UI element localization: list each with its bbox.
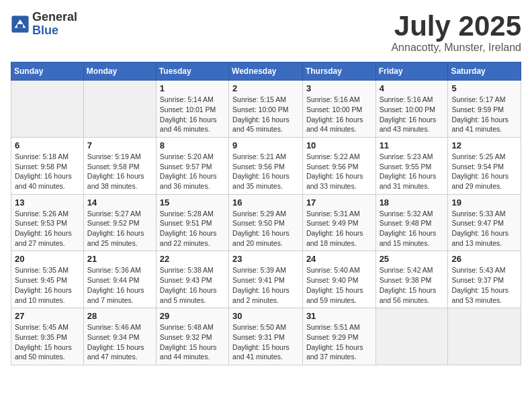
calendar-cell: 12Sunrise: 5:25 AM Sunset: 9:54 PM Dayli… bbox=[448, 137, 521, 194]
weekday-header-row: SundayMondayTuesdayWednesdayThursdayFrid… bbox=[11, 62, 521, 81]
day-detail: Sunrise: 5:39 AM Sunset: 9:41 PM Dayligh… bbox=[232, 265, 299, 305]
calendar-cell bbox=[11, 81, 84, 138]
day-detail: Sunrise: 5:35 AM Sunset: 9:45 PM Dayligh… bbox=[15, 265, 80, 305]
day-number: 5 bbox=[451, 83, 517, 93]
calendar-cell: 21Sunrise: 5:36 AM Sunset: 9:44 PM Dayli… bbox=[83, 251, 156, 308]
day-number: 13 bbox=[15, 197, 80, 208]
day-detail: Sunrise: 5:26 AM Sunset: 9:53 PM Dayligh… bbox=[15, 209, 80, 248]
day-number: 20 bbox=[15, 254, 80, 264]
logo-text: General Blue bbox=[32, 11, 77, 38]
day-number: 31 bbox=[306, 311, 372, 321]
calendar-cell: 14Sunrise: 5:27 AM Sunset: 9:52 PM Dayli… bbox=[83, 194, 156, 251]
day-number: 7 bbox=[87, 140, 152, 150]
day-number: 19 bbox=[451, 197, 517, 208]
calendar-cell: 25Sunrise: 5:42 AM Sunset: 9:38 PM Dayli… bbox=[375, 251, 448, 308]
day-detail: Sunrise: 5:50 AM Sunset: 9:31 PM Dayligh… bbox=[232, 322, 299, 362]
logo-blue: Blue bbox=[32, 24, 77, 38]
calendar-cell: 3Sunrise: 5:16 AM Sunset: 10:00 PM Dayli… bbox=[302, 81, 375, 138]
calendar-cell: 15Sunrise: 5:28 AM Sunset: 9:51 PM Dayli… bbox=[156, 194, 228, 251]
day-number: 12 bbox=[451, 140, 517, 150]
day-number: 9 bbox=[232, 140, 299, 150]
day-number: 18 bbox=[380, 197, 445, 208]
day-number: 6 bbox=[15, 140, 80, 150]
day-detail: Sunrise: 5:46 AM Sunset: 9:34 PM Dayligh… bbox=[87, 322, 152, 362]
calendar-cell: 8Sunrise: 5:20 AM Sunset: 9:57 PM Daylig… bbox=[156, 137, 228, 194]
day-number: 16 bbox=[232, 197, 299, 208]
day-number: 8 bbox=[160, 140, 225, 150]
weekday-header-tuesday: Tuesday bbox=[156, 62, 228, 81]
week-row-5: 27Sunrise: 5:45 AM Sunset: 9:35 PM Dayli… bbox=[11, 308, 521, 365]
svg-rect-2 bbox=[17, 24, 23, 28]
calendar-cell: 4Sunrise: 5:16 AM Sunset: 10:00 PM Dayli… bbox=[375, 81, 448, 138]
day-detail: Sunrise: 5:36 AM Sunset: 9:44 PM Dayligh… bbox=[87, 265, 152, 305]
day-number: 25 bbox=[380, 254, 445, 264]
calendar-cell: 27Sunrise: 5:45 AM Sunset: 9:35 PM Dayli… bbox=[11, 308, 84, 365]
weekday-header-saturday: Saturday bbox=[448, 62, 521, 81]
day-number: 10 bbox=[306, 140, 372, 150]
logo-general: General bbox=[32, 11, 77, 24]
day-detail: Sunrise: 5:48 AM Sunset: 9:32 PM Dayligh… bbox=[160, 322, 225, 362]
calendar-cell: 5Sunrise: 5:17 AM Sunset: 9:59 PM Daylig… bbox=[448, 81, 521, 138]
day-number: 22 bbox=[160, 254, 225, 264]
weekday-header-wednesday: Wednesday bbox=[229, 62, 303, 81]
day-number: 4 bbox=[380, 83, 445, 93]
calendar-table: SundayMondayTuesdayWednesdayThursdayFrid… bbox=[11, 62, 521, 365]
calendar-cell: 16Sunrise: 5:29 AM Sunset: 9:50 PM Dayli… bbox=[229, 194, 303, 251]
calendar-cell: 13Sunrise: 5:26 AM Sunset: 9:53 PM Dayli… bbox=[11, 194, 84, 251]
day-detail: Sunrise: 5:19 AM Sunset: 9:58 PM Dayligh… bbox=[87, 152, 152, 191]
day-detail: Sunrise: 5:23 AM Sunset: 9:55 PM Dayligh… bbox=[380, 152, 445, 191]
day-detail: Sunrise: 5:16 AM Sunset: 10:00 PM Daylig… bbox=[306, 95, 372, 134]
calendar-cell: 6Sunrise: 5:18 AM Sunset: 9:58 PM Daylig… bbox=[11, 137, 84, 194]
calendar-cell bbox=[375, 308, 448, 365]
day-detail: Sunrise: 5:25 AM Sunset: 9:54 PM Dayligh… bbox=[451, 152, 517, 191]
day-detail: Sunrise: 5:17 AM Sunset: 9:59 PM Dayligh… bbox=[451, 95, 517, 134]
day-number: 30 bbox=[232, 311, 299, 321]
day-number: 3 bbox=[306, 83, 372, 93]
day-detail: Sunrise: 5:18 AM Sunset: 9:58 PM Dayligh… bbox=[15, 152, 80, 191]
calendar-cell: 30Sunrise: 5:50 AM Sunset: 9:31 PM Dayli… bbox=[229, 308, 303, 365]
day-detail: Sunrise: 5:38 AM Sunset: 9:43 PM Dayligh… bbox=[160, 265, 225, 305]
calendar-cell: 9Sunrise: 5:21 AM Sunset: 9:56 PM Daylig… bbox=[229, 137, 303, 194]
day-number: 24 bbox=[306, 254, 372, 264]
page-header: General Blue July 2025 Annacotty, Munste… bbox=[11, 11, 521, 54]
week-row-4: 20Sunrise: 5:35 AM Sunset: 9:45 PM Dayli… bbox=[11, 251, 521, 308]
day-number: 15 bbox=[160, 197, 225, 208]
logo-icon bbox=[11, 15, 30, 34]
location-subtitle: Annacotty, Munster, Ireland bbox=[391, 42, 521, 54]
day-detail: Sunrise: 5:28 AM Sunset: 9:51 PM Dayligh… bbox=[160, 209, 225, 248]
calendar-cell: 18Sunrise: 5:32 AM Sunset: 9:48 PM Dayli… bbox=[375, 194, 448, 251]
calendar-cell: 31Sunrise: 5:51 AM Sunset: 9:29 PM Dayli… bbox=[302, 308, 375, 365]
day-number: 11 bbox=[380, 140, 445, 150]
calendar-cell: 22Sunrise: 5:38 AM Sunset: 9:43 PM Dayli… bbox=[156, 251, 228, 308]
month-title: July 2025 bbox=[391, 11, 521, 42]
calendar-cell: 7Sunrise: 5:19 AM Sunset: 9:58 PM Daylig… bbox=[83, 137, 156, 194]
day-detail: Sunrise: 5:33 AM Sunset: 9:47 PM Dayligh… bbox=[451, 209, 517, 248]
day-detail: Sunrise: 5:20 AM Sunset: 9:57 PM Dayligh… bbox=[160, 152, 225, 191]
calendar-cell: 29Sunrise: 5:48 AM Sunset: 9:32 PM Dayli… bbox=[156, 308, 228, 365]
calendar-cell: 10Sunrise: 5:22 AM Sunset: 9:56 PM Dayli… bbox=[302, 137, 375, 194]
day-detail: Sunrise: 5:29 AM Sunset: 9:50 PM Dayligh… bbox=[232, 209, 299, 248]
logo: General Blue bbox=[11, 11, 77, 38]
day-number: 21 bbox=[87, 254, 152, 264]
day-number: 23 bbox=[232, 254, 299, 264]
day-number: 28 bbox=[87, 311, 152, 321]
day-number: 17 bbox=[306, 197, 372, 208]
weekday-header-monday: Monday bbox=[83, 62, 156, 81]
day-number: 29 bbox=[160, 311, 225, 321]
calendar-cell: 17Sunrise: 5:31 AM Sunset: 9:49 PM Dayli… bbox=[302, 194, 375, 251]
day-detail: Sunrise: 5:40 AM Sunset: 9:40 PM Dayligh… bbox=[306, 265, 372, 305]
week-row-1: 1Sunrise: 5:14 AM Sunset: 10:01 PM Dayli… bbox=[11, 81, 521, 138]
day-number: 27 bbox=[15, 311, 80, 321]
calendar-cell: 24Sunrise: 5:40 AM Sunset: 9:40 PM Dayli… bbox=[302, 251, 375, 308]
weekday-header-sunday: Sunday bbox=[11, 62, 84, 81]
calendar-cell: 19Sunrise: 5:33 AM Sunset: 9:47 PM Dayli… bbox=[448, 194, 521, 251]
weekday-header-friday: Friday bbox=[375, 62, 448, 81]
day-detail: Sunrise: 5:16 AM Sunset: 10:00 PM Daylig… bbox=[380, 95, 445, 134]
day-number: 14 bbox=[87, 197, 152, 208]
weekday-header-thursday: Thursday bbox=[302, 62, 375, 81]
day-detail: Sunrise: 5:27 AM Sunset: 9:52 PM Dayligh… bbox=[87, 209, 152, 248]
calendar-cell: 26Sunrise: 5:43 AM Sunset: 9:37 PM Dayli… bbox=[448, 251, 521, 308]
week-row-2: 6Sunrise: 5:18 AM Sunset: 9:58 PM Daylig… bbox=[11, 137, 521, 194]
day-number: 26 bbox=[451, 254, 517, 264]
day-detail: Sunrise: 5:42 AM Sunset: 9:38 PM Dayligh… bbox=[380, 265, 445, 305]
